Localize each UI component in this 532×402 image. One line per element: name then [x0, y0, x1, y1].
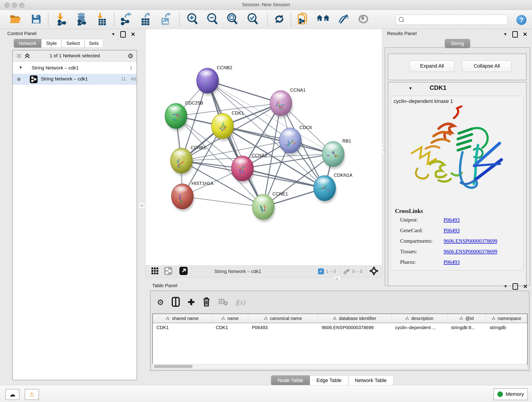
crosslink-tissues-link[interactable]: 9606.ENSP00000378699 [443, 249, 497, 255]
network-edge[interactable] [182, 196, 263, 207]
function-builder-icon[interactable]: f(x) [236, 298, 246, 306]
float-panel-icon[interactable] [120, 31, 126, 38]
help-button[interactable]: ? [516, 15, 526, 25]
column-header-name[interactable]: name [212, 314, 248, 323]
network-row-selected[interactable]: String Network – cdk1 11 48 [13, 74, 137, 85]
network-node-CDC25B[interactable]: CDC25B [165, 100, 203, 131]
tab-network-table[interactable]: Network Table [348, 375, 393, 385]
zoom-out-icon[interactable] [206, 13, 219, 26]
node-table: shared namenamecanonical namedatabase id… [152, 313, 528, 364]
save-session-icon[interactable] [31, 14, 41, 25]
selected-checkbox-icon[interactable]: ✓ [318, 268, 324, 274]
network-node-CDC6[interactable]: CDC6 [279, 125, 312, 155]
network-node-CCNB1[interactable]: CCNB1 [171, 145, 206, 176]
bottom-splitter-handle[interactable] [334, 276, 341, 281]
import-table-icon[interactable] [97, 12, 107, 27]
memory-button[interactable]: Memory [494, 388, 528, 400]
zoom-fit-icon[interactable] [226, 13, 239, 26]
crosslink-genecard-link[interactable]: P06493 [443, 228, 497, 234]
collapse-all-button[interactable]: Collapse All [462, 61, 511, 72]
column-header-database-identifier[interactable]: database identifier [318, 314, 392, 323]
bar-separator [366, 267, 366, 275]
node-label: CCNB2 [217, 65, 232, 70]
crosslinks-list: Uniprot: P06493 GeneCard: P06493 Compart… [400, 217, 497, 265]
cloud-status-button[interactable]: ☁ [5, 389, 19, 400]
delete-table-icon[interactable] [218, 298, 228, 307]
network-node-HIST1H1A[interactable]: HIST1H1A [171, 181, 214, 211]
export-network-icon[interactable] [120, 13, 132, 26]
network-edge[interactable] [208, 81, 263, 207]
column-header-description[interactable]: description [392, 314, 447, 323]
tab-node-table[interactable]: Node Table [271, 375, 310, 385]
tab-network[interactable]: Network [14, 39, 41, 48]
expand-all-button[interactable]: Expand All [409, 61, 455, 72]
float-panel-icon[interactable] [513, 283, 518, 290]
network-node-CCNB2[interactable]: CCNB2 [196, 65, 232, 96]
float-panel-icon[interactable] [512, 31, 518, 38]
tab-edge-table[interactable]: Edge Table [310, 375, 348, 385]
table-cell: P06493 [248, 323, 318, 332]
eye-icon[interactable] [358, 14, 369, 25]
table-cell: stringdb:9... [447, 323, 486, 332]
toolbar-separator [291, 13, 291, 26]
network-canvas[interactable]: CCNB2CCNA1CDC25BCDK1CDC6RB1CCNB1CCNA2CDK… [145, 29, 382, 266]
column-header-canonical-name[interactable]: canonical name [248, 314, 318, 323]
show-columns-icon[interactable] [172, 297, 180, 308]
gear-icon[interactable]: ⚙ [128, 52, 133, 60]
hide-unhide-icon[interactable] [337, 13, 350, 26]
network-node-CDKN1A[interactable]: CDKN1A [314, 172, 353, 203]
tree-expander-icon[interactable]: ▼ [19, 65, 22, 70]
crosslink-uniprot-link[interactable]: P06493 [443, 217, 497, 223]
network-collection-row[interactable]: ▼ String Network – cdk1 1 [13, 64, 137, 74]
network-node-RB1[interactable]: RB1 [322, 138, 351, 169]
gene-name: CDK1 [430, 84, 447, 91]
left-splitter-handle[interactable] [139, 202, 145, 209]
close-panel-icon[interactable]: ✕ [523, 283, 528, 290]
tab-select[interactable]: Select [62, 39, 85, 48]
close-panel-icon[interactable]: ✕ [131, 31, 135, 38]
horizontal-scrollbar[interactable] [152, 364, 527, 369]
birdseye-crosshair-icon[interactable] [369, 266, 379, 277]
crosslink-compartments-link[interactable]: 9606.ENSP00000378699 [443, 238, 497, 244]
zoom-selected-icon[interactable] [247, 13, 259, 26]
tab-string[interactable]: String [445, 39, 470, 48]
add-column-icon[interactable]: ✚ [188, 298, 195, 307]
zoom-in-icon[interactable] [186, 13, 199, 26]
column-header-namespace[interactable]: namespace [486, 314, 527, 323]
close-panel-icon[interactable]: ✕ [523, 31, 527, 38]
grid-view-icon[interactable] [151, 267, 159, 276]
export-image-icon[interactable] [160, 12, 172, 27]
refresh-icon[interactable] [273, 13, 285, 26]
table-row[interactable]: CDK1CDK1P064939606.ENSP00000378699cyclin… [153, 323, 527, 332]
table-cell: CDK1 [153, 323, 212, 332]
section-expander-icon[interactable]: ▼ [409, 86, 412, 91]
tab-sets[interactable]: Sets [85, 39, 103, 48]
network-node-CCNE1[interactable]: CCNE1 [252, 191, 288, 222]
collapse-panel-icon[interactable]: ▼ [503, 32, 507, 37]
tab-style[interactable]: Style [41, 39, 62, 48]
scrollbar-thumb[interactable] [154, 365, 193, 368]
warnings-button[interactable]: ⚠ [25, 389, 39, 400]
import-network-database-icon[interactable] [75, 13, 88, 26]
control-panel-window-controls: ▼ ✕ [111, 31, 135, 38]
column-header-shared-name[interactable]: shared name [153, 314, 212, 323]
gear-icon[interactable]: ⚙ [157, 298, 164, 307]
network-selected-summary: 1 of 1 Network selected [13, 53, 137, 58]
open-in-window-icon[interactable] [179, 267, 188, 276]
collapse-panel-icon[interactable]: ▼ [111, 32, 115, 37]
cloud-icon: ☁ [9, 391, 15, 398]
first-neighbors-icon[interactable] [297, 12, 309, 27]
selected-count-group: ✓ 1 – 0 [318, 268, 336, 274]
crosslink-pharos-link[interactable]: P06493 [443, 259, 497, 265]
delete-column-icon[interactable] [203, 297, 210, 308]
network-graph[interactable]: CCNB2CCNA1CDC25BCDK1CDC6RB1CCNB1CCNA2CDK… [146, 29, 382, 266]
import-network-file-icon[interactable] [56, 13, 68, 26]
open-session-icon[interactable] [10, 14, 22, 25]
export-table-icon[interactable] [140, 12, 152, 27]
network-node-CCNA1[interactable]: CCNA1 [270, 88, 306, 118]
column-header--id[interactable]: @id [447, 314, 486, 323]
search-input[interactable] [405, 16, 505, 24]
share-view-icon[interactable] [164, 267, 172, 276]
collapse-panel-icon[interactable]: ▼ [504, 284, 507, 289]
homes-icon[interactable] [317, 13, 330, 26]
